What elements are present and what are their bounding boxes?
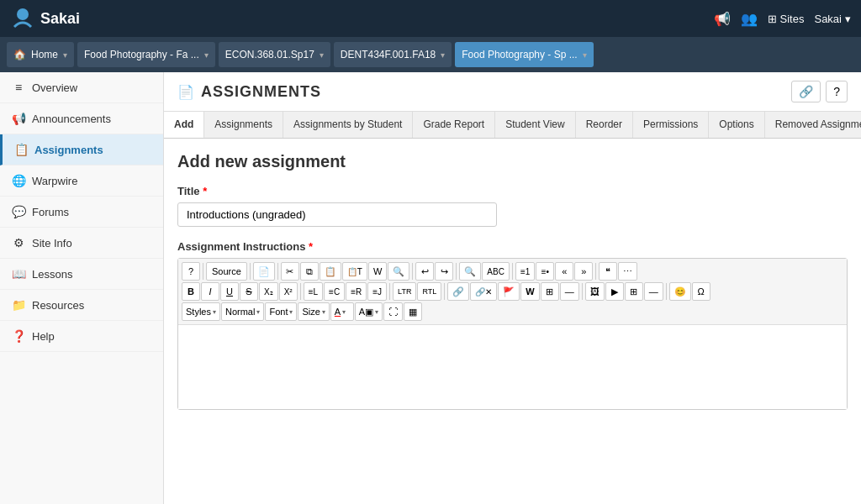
rte-strike-button[interactable]: S [240,282,258,301]
rte-separator [456,263,457,280]
rte-unlink-button[interactable]: 🔗✕ [470,282,497,301]
rte-newdoc-button[interactable]: 📄 [253,262,275,281]
rte-find-button[interactable]: 🔍 [388,262,409,281]
help-button[interactable]: ? [826,81,848,102]
rte-format-dropdown[interactable]: Normal ▾ [221,302,264,321]
title-required: * [203,185,207,197]
rte-bg-color-dropdown[interactable]: A▣ ▾ [355,302,383,321]
rte-redo-button[interactable]: ↪ [435,262,453,281]
user-menu-button[interactable]: Sakai ▾ [814,13,851,25]
sidebar-item-help[interactable]: ❓ Help [0,321,163,352]
rte-flag-button[interactable]: 🚩 [498,282,520,301]
rte-cut-button[interactable]: ✂ [281,262,299,281]
rte-size-dropdown[interactable]: Size ▾ [298,302,329,321]
tab-grade-report[interactable]: Grade Report [413,112,495,138]
rte-table-btn[interactable]: ⊞ [541,282,559,301]
title-input[interactable] [177,202,497,227]
announcement-icon[interactable]: 📢 [714,11,731,27]
breadcrumb-dent[interactable]: DENT434F.001.FA18 ▾ [334,42,452,67]
breadcrumb-food-fa[interactable]: Food Photography - Fa ... ▾ [77,42,215,67]
rte-align-center-button[interactable]: ≡C [324,282,345,301]
rte-help-button[interactable]: ? [182,262,200,281]
rte-link-button[interactable]: 🔗 [447,282,469,301]
rte-hr-button[interactable]: — [644,282,663,301]
rte-superscript-button[interactable]: X² [279,282,298,301]
link-button[interactable]: 🔗 [791,81,821,102]
rte-rtl-button[interactable]: RTL [417,282,441,301]
rte-table-button[interactable]: ⊞ [625,282,643,301]
rte-copy-button[interactable]: ⧉ [300,262,319,281]
rte-warpwire-button[interactable]: W [520,282,539,301]
rte-paste-word-button[interactable]: W [368,262,387,281]
sidebar-item-warpwire[interactable]: 🌐 Warpwire [0,165,163,197]
title-group: Title * [177,185,848,227]
tab-permissions[interactable]: Permissions [633,112,709,138]
tab-assignments-by-student[interactable]: Assignments by Student [283,112,413,138]
sidebar-item-forums[interactable]: 💬 Forums [0,197,163,228]
rte-underline-button[interactable]: U [220,282,239,301]
rte-ul-button[interactable]: ≡• [536,262,554,281]
rte-indent-more-button[interactable]: » [574,262,593,281]
chevron-icon: ▾ [320,50,324,60]
rte-subscript-button[interactable]: X₂ [259,282,278,301]
announcement-icon: 📢 [12,112,25,125]
rte-blocks-button[interactable]: ▦ [404,302,422,321]
rte-expand-button[interactable]: ⛶ [383,302,403,321]
rte-separator [444,283,445,300]
sidebar-item-announcements[interactable]: 📢 Announcements [0,103,163,134]
rte-special-char-button[interactable]: Ω [692,282,710,301]
add-assignment-form: Add new assignment Title * Assignment In… [164,139,861,437]
tab-student-view[interactable]: Student View [495,112,576,138]
rte-image-button[interactable]: 🖼 [585,282,605,301]
grid-icon: ⊞ [768,13,777,25]
rte-spellcheck-button[interactable]: ABC [482,262,510,281]
rte-ol-button[interactable]: ≡1 [515,262,535,281]
tab-assignments[interactable]: Assignments [204,112,283,138]
rte-hr-btn[interactable]: — [560,282,579,301]
page-header: 📄 ASSIGNMENTS 🔗 ? [164,72,861,112]
rte-font-color-dropdown[interactable]: A ▾ [330,302,354,321]
rte-paste-text-button[interactable]: 📋T [342,262,367,281]
tab-removed-assignments[interactable]: Removed Assignments [765,112,861,138]
rte-bold-button[interactable]: B [182,282,200,301]
sidebar-item-overview[interactable]: ≡ Overview [0,72,163,103]
rte-ltr-button[interactable]: LTR [393,282,416,301]
assignments-icon: 📋 [14,143,28,156]
rte-more-button[interactable]: ⋯ [618,262,637,281]
sidebar-item-lessons[interactable]: 📖 Lessons [0,259,163,290]
rte-media-button[interactable]: ▶ [605,282,624,301]
sidebar-item-site-info[interactable]: ⚙ Site Info [0,228,163,259]
breadcrumb-econ[interactable]: ECON.368.01.Sp17 ▾ [219,42,330,67]
rte-font-dropdown[interactable]: Font ▾ [265,302,297,321]
breadcrumb-nav: 🏠 Home ▾ Food Photography - Fa ... ▾ ECO… [0,37,861,72]
breadcrumb-food-sp[interactable]: Food Photography - Sp ... ▾ [455,42,593,67]
users-icon[interactable]: 👥 [741,11,758,27]
rte-find-replace-button[interactable]: 🔍 [459,262,481,281]
rte-align-right-button[interactable]: ≡R [346,282,367,301]
sites-button[interactable]: ⊞ Sites [768,13,805,25]
instructions-required: * [309,240,313,253]
tab-add[interactable]: Add [164,112,204,139]
rte-content-area[interactable] [178,325,847,409]
rte-undo-button[interactable]: ↩ [415,262,434,281]
lessons-icon: 📖 [12,267,25,281]
sidebar-item-resources[interactable]: 📁 Resources [0,290,163,321]
rte-italic-button[interactable]: I [201,282,219,301]
rte-align-justify-button[interactable]: ≡J [367,282,387,301]
rte-align-left-button[interactable]: ≡L [304,282,323,301]
rte-styles-dropdown[interactable]: Styles ▾ [182,302,220,321]
instructions-label: Assignment Instructions * [177,240,848,253]
rte-paste-button[interactable]: 📋 [320,262,341,281]
rte-toolbar: ? Source 📄 ✂ ⧉ 📋 📋T W 🔍 [178,259,847,325]
rte-blockquote-button[interactable]: ❝ [599,262,617,281]
tab-reorder[interactable]: Reorder [576,112,633,138]
rte-separator [595,263,596,280]
rte-emoji-button[interactable]: 😊 [669,282,691,301]
bg-color-label: A▣ [359,307,373,318]
sidebar-item-assignments[interactable]: 📋 Assignments [0,134,163,165]
rte-source-button[interactable]: Source [206,262,247,281]
breadcrumb-home[interactable]: 🏠 Home ▾ [7,42,74,67]
rte-indent-less-button[interactable]: « [555,262,573,281]
tab-options[interactable]: Options [709,112,764,138]
rte-toolbar-row2: B I U S X₂ X² ≡L ≡C ≡R ≡J LTR [182,282,843,301]
